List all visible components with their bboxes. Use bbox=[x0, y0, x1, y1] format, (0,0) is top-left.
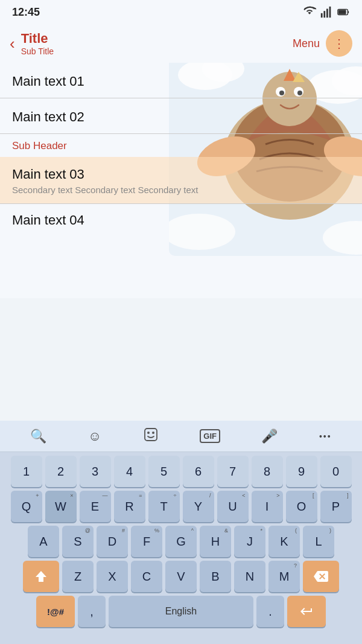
key-i[interactable]: >I bbox=[252, 491, 283, 522]
signal-icon bbox=[320, 5, 333, 19]
list-item-3-secondary: Secondary text Secondary text Secondary … bbox=[12, 185, 350, 195]
key-9[interactable]: 9 bbox=[286, 456, 317, 487]
key-7[interactable]: 7 bbox=[217, 456, 249, 487]
key-h[interactable]: &H bbox=[200, 526, 231, 557]
key-g[interactable]: ^G bbox=[165, 526, 197, 557]
list-item-4[interactable]: Main text 04 bbox=[0, 204, 362, 233]
search-toolbar-icon[interactable]: 🔍 bbox=[30, 429, 46, 444]
key-5[interactable]: 5 bbox=[148, 456, 180, 487]
key-d[interactable]: #D bbox=[97, 526, 128, 557]
keyboard: 🔍 ☺ GIF 🎤 ••• 1 2 3 4 5 6 7 8 9 0 bbox=[0, 421, 362, 644]
app-bar-actions: Menu ⋮ bbox=[293, 30, 352, 57]
more-button[interactable]: ⋮ bbox=[326, 30, 352, 57]
key-q[interactable]: +Q bbox=[11, 491, 42, 522]
list-item-2[interactable]: Main text 02 bbox=[0, 98, 362, 134]
key-2[interactable]: 2 bbox=[45, 456, 77, 487]
main-content: Main text 01 Main text 02 Sub Header Mai… bbox=[0, 63, 362, 298]
keyboard-toolbar: 🔍 ☺ GIF 🎤 ••• bbox=[0, 421, 362, 452]
svg-rect-5 bbox=[348, 11, 349, 13]
key-t[interactable]: ÷T bbox=[148, 491, 180, 522]
key-4[interactable]: 4 bbox=[114, 456, 145, 487]
menu-label[interactable]: Menu bbox=[293, 37, 320, 50]
app-subtitle: Sub Title bbox=[21, 46, 293, 56]
bottom-row: !@# , English . bbox=[2, 596, 360, 627]
period-key[interactable]: . bbox=[256, 596, 284, 627]
keyboard-rows: 1 2 3 4 5 6 7 8 9 0 +Q ×W —E =R ÷T /Y <U… bbox=[0, 452, 362, 630]
key-e[interactable]: —E bbox=[80, 491, 111, 522]
svg-marker-28 bbox=[36, 571, 46, 582]
key-c[interactable]: C bbox=[131, 561, 162, 592]
key-3[interactable]: 3 bbox=[80, 456, 111, 487]
key-v[interactable]: V bbox=[165, 561, 197, 592]
list-item-1[interactable]: Main text 01 bbox=[0, 63, 362, 98]
app-bar: ‹ Title Sub Title Menu ⋮ bbox=[0, 24, 362, 63]
key-p[interactable]: ]P bbox=[320, 491, 352, 522]
key-8[interactable]: 8 bbox=[252, 456, 283, 487]
space-key[interactable]: English bbox=[109, 596, 253, 627]
enter-key[interactable] bbox=[287, 596, 326, 627]
svg-rect-3 bbox=[329, 7, 331, 18]
key-z[interactable]: Z bbox=[62, 561, 94, 592]
svg-rect-1 bbox=[323, 11, 325, 18]
key-l[interactable]: )L bbox=[303, 526, 334, 557]
key-x[interactable]: X bbox=[97, 561, 128, 592]
key-a[interactable]: A bbox=[28, 526, 59, 557]
zxcv-row: Z X C V B N ?M bbox=[2, 561, 360, 592]
shift-icon bbox=[34, 570, 48, 583]
comma-key[interactable]: , bbox=[78, 596, 106, 627]
key-j[interactable]: *J bbox=[234, 526, 265, 557]
key-1[interactable]: 1 bbox=[11, 456, 42, 487]
svg-rect-6 bbox=[338, 10, 346, 14]
key-w[interactable]: ×W bbox=[45, 491, 77, 522]
key-r[interactable]: =R bbox=[114, 491, 145, 522]
status-bar: 12:45 bbox=[0, 0, 362, 24]
number-row: 1 2 3 4 5 6 7 8 9 0 bbox=[2, 456, 360, 487]
list-item-3-main: Main text 03 bbox=[12, 167, 350, 182]
wifi-icon bbox=[303, 5, 316, 19]
back-button[interactable]: ‹ bbox=[10, 34, 15, 53]
key-m[interactable]: ?M bbox=[268, 561, 300, 592]
emoji-toolbar-icon[interactable]: ☺ bbox=[88, 429, 101, 444]
enter-icon bbox=[299, 604, 314, 619]
key-s[interactable]: @S bbox=[62, 526, 94, 557]
battery-icon bbox=[337, 5, 350, 19]
backspace-icon bbox=[314, 569, 328, 584]
mic-toolbar-icon[interactable]: 🎤 bbox=[261, 429, 278, 444]
key-0[interactable]: 0 bbox=[320, 456, 352, 487]
sub-header: Sub Header bbox=[0, 134, 362, 157]
more-toolbar-icon[interactable]: ••• bbox=[319, 432, 332, 441]
key-u[interactable]: <U bbox=[217, 491, 249, 522]
svg-point-27 bbox=[152, 432, 154, 434]
sticker-toolbar-icon[interactable] bbox=[143, 427, 159, 446]
gif-toolbar-icon[interactable]: GIF bbox=[200, 429, 220, 443]
list-item-4-text: Main text 04 bbox=[12, 212, 350, 228]
status-time: 12:45 bbox=[12, 6, 40, 19]
key-6[interactable]: 6 bbox=[183, 456, 214, 487]
key-k[interactable]: (K bbox=[268, 526, 300, 557]
key-b[interactable]: B bbox=[200, 561, 231, 592]
status-icons bbox=[303, 5, 350, 19]
shift-key[interactable] bbox=[23, 561, 59, 592]
list-item-2-text: Main text 02 bbox=[12, 109, 350, 125]
app-title: Title bbox=[21, 31, 293, 46]
key-f[interactable]: %F bbox=[131, 526, 162, 557]
svg-rect-2 bbox=[326, 9, 328, 18]
qwerty-row: +Q ×W —E =R ÷T /Y <U >I [O ]P bbox=[2, 491, 360, 522]
backspace-key[interactable] bbox=[303, 561, 339, 592]
svg-point-26 bbox=[147, 432, 150, 434]
title-group: Title Sub Title bbox=[21, 31, 293, 56]
key-y[interactable]: /Y bbox=[183, 491, 214, 522]
symbols-key[interactable]: !@# bbox=[36, 596, 75, 627]
asdf-row: A @S #D %F ^G &H *J (K )L bbox=[2, 526, 360, 557]
key-n[interactable]: N bbox=[234, 561, 265, 592]
svg-rect-25 bbox=[145, 429, 157, 441]
key-o[interactable]: [O bbox=[286, 491, 317, 522]
svg-rect-0 bbox=[321, 13, 323, 18]
list-item-3[interactable]: Main text 03 Secondary text Secondary te… bbox=[0, 157, 362, 204]
list-item-1-text: Main text 01 bbox=[12, 74, 350, 89]
